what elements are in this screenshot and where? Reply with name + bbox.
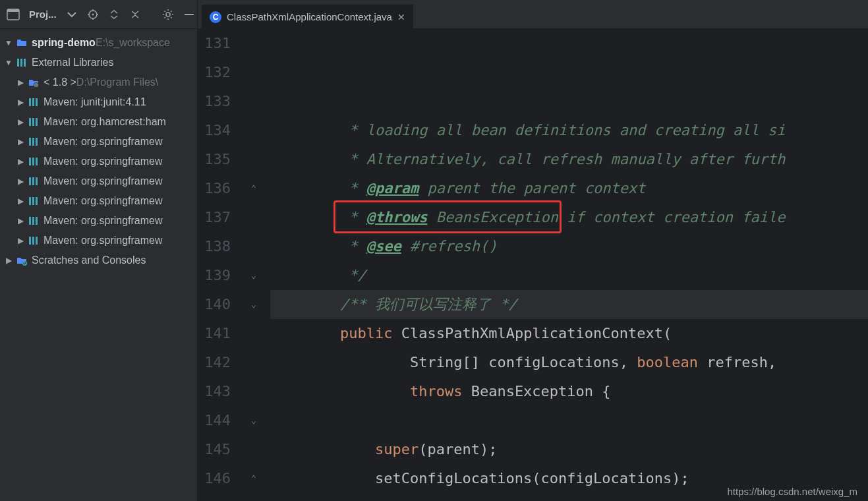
editor-area: C ClassPathXmlApplicationContext.java ✕ … [198,0,868,501]
tree-item[interactable]: ▶Maven: org.springframew [0,231,197,250]
tree-item[interactable]: ▶< 1.8 > D:\Program Files\ [0,73,197,92]
svg-rect-26 [29,197,31,205]
tree-item[interactable]: ▶Maven: junit:junit:4.11 [0,92,197,112]
fold-marker[interactable]: ⌄ [244,406,264,435]
chevron-right-icon[interactable]: ▶ [16,231,25,250]
tree-item[interactable]: ▶Maven: org.springframew [0,132,197,152]
close-icon[interactable]: ✕ [397,12,405,22]
svg-rect-28 [36,197,38,205]
tree-item-label: spring-demo [32,33,96,53]
tree-item[interactable]: ▶Maven: org.springframew [0,191,197,211]
tree-item[interactable]: ▶Maven: org.springframew [0,171,197,191]
code-line[interactable]: super(parent); [270,435,868,464]
editor-tabbar: C ClassPathXmlApplicationContext.java ✕ [198,0,868,29]
chevron-right-icon[interactable]: ▶ [16,132,25,152]
line-number-gutter: 1311321331341351361371381391401411421431… [198,29,244,501]
expand-all-icon[interactable] [108,8,120,21]
tree-item[interactable]: ▶Maven: org.hamcrest:ham [0,112,197,132]
tree-item[interactable]: ▶Maven: org.springframew [0,211,197,231]
tree-item[interactable]: ▼External Libraries [0,53,197,73]
gear-icon[interactable] [162,8,174,21]
chevron-right-icon[interactable]: ▶ [16,73,25,92]
svg-rect-13 [36,98,38,106]
chevron-right-icon[interactable]: ▶ [16,211,25,231]
fold-marker[interactable]: ⌄ [244,261,264,290]
svg-rect-16 [36,118,38,126]
project-tree[interactable]: ▼spring-demo E:\s_workspace▼External Lib… [0,29,197,270]
svg-rect-17 [29,138,31,146]
fold-marker [244,145,264,174]
fold-marker [244,29,264,58]
code-line[interactable]: * @throws BeansException if context crea… [270,203,868,232]
tree-item-label: Maven: org.springframew [43,191,163,211]
svg-rect-34 [36,237,38,245]
svg-rect-30 [32,217,34,225]
svg-point-3 [92,13,94,15]
tree-item[interactable]: ▼spring-demo E:\s_workspace [0,33,197,53]
tab-title: ClassPathXmlApplicationContext.java [227,11,392,22]
code-line[interactable]: * @see #refresh() [270,232,868,261]
code-line[interactable]: * Alternatively, call refresh manually a… [270,145,868,174]
code-line[interactable]: /** 我们可以写注释了 */ [270,290,868,319]
chevron-right-icon[interactable]: ▶ [16,152,25,171]
code-line[interactable]: */ [270,261,868,290]
tree-item-suffix: D:\Program Files\ [76,73,158,92]
collapse-all-icon[interactable] [129,8,141,21]
project-label[interactable]: Proj... [29,9,57,20]
chevron-right-icon[interactable]: ▶ [16,112,25,132]
java-class-icon: C [210,11,221,23]
mvn-icon [28,195,40,207]
fold-marker[interactable]: ⌃ [244,464,264,493]
svg-rect-12 [32,98,34,106]
code-content[interactable]: * loading all bean definitions and creat… [264,29,868,501]
code-line[interactable]: setConfigLocations(configLocations); [270,464,868,493]
mvn-icon [28,116,40,128]
editor-tab-active[interactable]: C ClassPathXmlApplicationContext.java ✕ [202,5,414,28]
tree-item[interactable]: ▶Scratches and Consoles [0,250,197,270]
svg-rect-31 [36,217,38,225]
code-line[interactable]: * @param parent the parent context [270,174,868,203]
chevron-right-icon[interactable]: ▶ [16,171,25,191]
fold-marker[interactable]: ⌃ [244,174,264,203]
dropdown-icon[interactable] [66,8,78,21]
fold-marker[interactable]: ⌄ [244,290,264,319]
tree-item[interactable]: ▶Maven: org.springframew [0,152,197,171]
project-window-icon [7,9,20,20]
fold-marker [244,116,264,145]
svg-rect-7 [20,59,22,67]
chevron-right-icon[interactable]: ▶ [16,191,25,211]
code-line[interactable]: if (refresh) { [270,493,868,501]
chevron-down-icon[interactable]: ▼ [4,53,13,73]
fold-marker[interactable]: ⌃ [244,493,264,501]
svg-rect-1 [7,9,19,12]
code-line[interactable] [270,406,868,435]
svg-rect-25 [36,177,38,185]
code-line[interactable]: throws BeansException { [270,377,868,406]
project-sidebar: Proj... ▼spring-demo E:\s_workspace▼Exte… [0,0,198,501]
tree-item-label: Scratches and Consoles [32,250,146,270]
chevron-right-icon[interactable]: ▶ [4,250,13,270]
code-line[interactable]: * loading all bean definitions and creat… [270,116,868,145]
code-line[interactable]: String[] configLocations, boolean refres… [270,348,868,377]
tree-item-label: Maven: org.springframew [43,171,163,191]
target-icon[interactable] [87,8,99,21]
hide-icon[interactable] [183,8,195,21]
tree-item-label: Maven: org.hamcrest:ham [43,112,166,132]
code-line[interactable]: public ClassPathXmlApplicationContext( [270,319,868,348]
svg-rect-32 [29,237,31,245]
tree-item-label: Maven: org.springframew [43,211,163,231]
lib-icon [16,57,28,69]
svg-point-4 [166,13,170,16]
fold-marker [244,203,264,232]
mvn-icon [28,235,40,247]
svg-rect-5 [185,14,194,15]
chevron-down-icon[interactable]: ▼ [4,33,13,53]
chevron-right-icon[interactable]: ▶ [16,92,25,112]
fold-marker [244,377,264,406]
code-editor[interactable]: 1311321331341351361371381391401411421431… [198,29,868,501]
tree-item-suffix: E:\s_workspace [96,33,170,53]
tree-item-label: Maven: org.springframew [43,152,163,171]
fold-gutter[interactable]: ⌃ ⌄⌄ ⌄ ⌃⌃ [244,29,264,501]
mvn-icon [28,96,40,108]
tree-item-label: < 1.8 > [43,73,76,92]
